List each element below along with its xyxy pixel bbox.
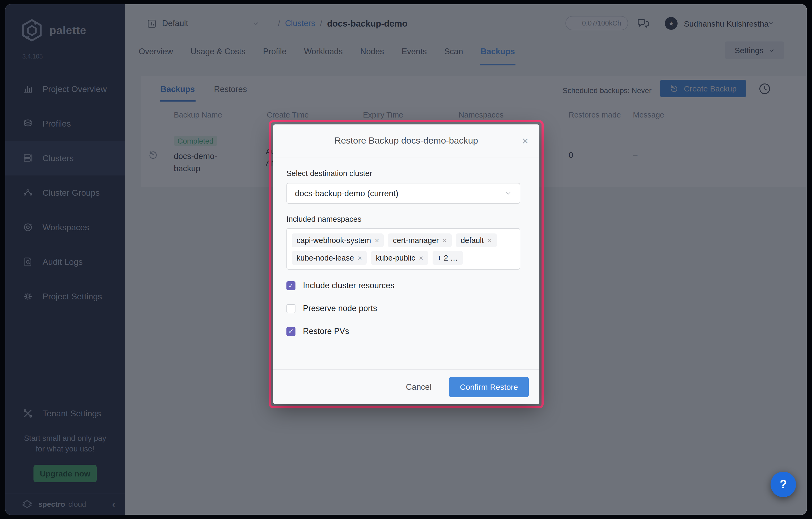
restore-pvs-checkbox[interactable]: ✓ — [286, 327, 295, 336]
include-cluster-resources-row: ✓ Include cluster resources — [286, 281, 395, 290]
checkbox-label: Restore PVs — [303, 327, 349, 336]
checkbox-label: Preserve node ports — [303, 304, 377, 313]
remove-tag-icon[interactable]: × — [358, 254, 362, 262]
preserve-node-ports-row: ✓ Preserve node ports — [286, 304, 377, 313]
destination-cluster-select[interactable]: docs-backup-demo (current) — [286, 183, 520, 204]
modal-header: Restore Backup docs-demo-backup ✕ — [273, 125, 540, 157]
namespace-tag: cert-manager × — [388, 234, 452, 247]
preserve-node-ports-checkbox[interactable]: ✓ — [286, 304, 295, 313]
checkbox-label: Include cluster resources — [303, 281, 395, 290]
included-namespaces-label: Included namespaces — [286, 215, 361, 223]
screenshot-stage: palette 3.4.105 Project Overview — [0, 0, 812, 519]
namespace-tag: kube-node-lease × — [292, 251, 367, 265]
palette-app-window: palette 3.4.105 Project Overview — [5, 4, 807, 515]
namespace-more-tag[interactable]: + 2 … — [432, 251, 463, 265]
included-namespaces-field[interactable]: capi-webhook-system × cert-manager × def… — [286, 228, 520, 270]
annotation-highlight-frame: Restore Backup docs-demo-backup ✕ Select… — [269, 120, 544, 408]
include-cluster-resources-checkbox[interactable]: ✓ — [286, 281, 295, 290]
modal-title: Restore Backup docs-demo-backup — [335, 135, 478, 146]
cancel-button[interactable]: Cancel — [403, 382, 435, 392]
remove-tag-icon[interactable]: × — [419, 254, 423, 262]
chevron-down-icon — [505, 190, 512, 197]
restore-backup-modal: Restore Backup docs-demo-backup ✕ Select… — [273, 125, 540, 404]
remove-tag-icon[interactable]: × — [488, 236, 492, 245]
remove-tag-icon[interactable]: × — [375, 236, 379, 245]
help-button[interactable]: ? — [771, 472, 796, 497]
remove-tag-icon[interactable]: × — [442, 236, 447, 245]
close-icon[interactable]: ✕ — [522, 136, 529, 146]
namespace-tag: default × — [456, 234, 497, 247]
destination-cluster-value: docs-backup-demo (current) — [295, 189, 398, 198]
namespace-tag: kube-public × — [371, 251, 428, 265]
modal-footer: Cancel Confirm Restore — [273, 369, 540, 404]
restore-pvs-row: ✓ Restore PVs — [286, 327, 349, 336]
destination-cluster-label: Select destination cluster — [286, 169, 372, 177]
namespace-tag: capi-webhook-system × — [292, 234, 384, 247]
confirm-restore-button[interactable]: Confirm Restore — [449, 377, 529, 397]
